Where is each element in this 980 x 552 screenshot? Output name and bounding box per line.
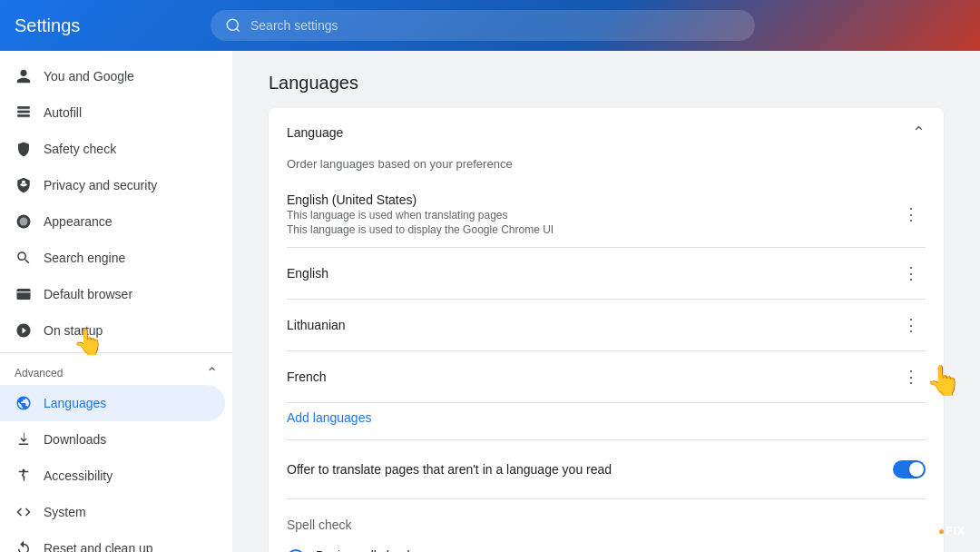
- main-content: Languages Language ⌃ Order languages bas…: [232, 51, 980, 552]
- language-item-french: French ⋮: [287, 351, 926, 403]
- download-icon: [15, 430, 33, 448]
- language-menu-button[interactable]: ⋮: [897, 200, 926, 229]
- svg-line-1: [236, 28, 239, 31]
- svg-rect-7: [17, 289, 31, 300]
- page-title: Languages: [269, 73, 944, 94]
- language-item-english: English ⋮: [287, 248, 926, 300]
- divider-2: [287, 498, 926, 499]
- reset-icon: [15, 539, 33, 552]
- basic-spell-check-option[interactable]: Basic spell check: [287, 543, 926, 552]
- language-item-english-us: English (United States) This language is…: [287, 182, 926, 248]
- search-icon: [225, 17, 241, 34]
- toggle-track[interactable]: [893, 460, 926, 478]
- sidebar-item-label: Safety check: [44, 142, 116, 156]
- sidebar-item-accessibility[interactable]: Accessibility: [0, 458, 225, 494]
- sidebar-item-label: Reset and clean up: [44, 541, 153, 552]
- sidebar-item-system[interactable]: System: [0, 494, 225, 530]
- sidebar-item-privacy-security[interactable]: Privacy and security: [0, 167, 225, 203]
- sidebar-item-you-and-google[interactable]: You and Google: [0, 58, 225, 94]
- language-desc-2: This language is used to display the Goo…: [287, 223, 554, 236]
- divider: [287, 439, 926, 440]
- shield-icon: [15, 140, 33, 158]
- sidebar-item-autofill[interactable]: Autofill: [0, 94, 225, 131]
- language-card-header[interactable]: Language ⌃: [269, 108, 944, 157]
- privacy-icon: [15, 176, 33, 194]
- language-info: French: [287, 370, 327, 384]
- appearance-icon: [15, 212, 33, 231]
- language-name: French: [287, 370, 327, 384]
- translate-setting-row: Offer to translate pages that aren't in …: [287, 448, 926, 491]
- advanced-section-header[interactable]: Advanced ⌃: [0, 357, 232, 385]
- add-languages-button[interactable]: Add languages: [287, 403, 371, 432]
- startup-icon: [15, 321, 33, 340]
- search-input[interactable]: [250, 18, 740, 33]
- language-name: English (United States): [287, 192, 554, 207]
- language-name: English: [287, 266, 328, 281]
- sidebar-item-safety-check[interactable]: Safety check: [0, 131, 225, 167]
- language-name: Lithuanian: [287, 318, 346, 332]
- sidebar: You and Google Autofill Safety check Pri…: [0, 51, 232, 552]
- spell-check-section: Spell check Basic spell check Enhanced s…: [287, 507, 926, 552]
- sidebar-item-label: Appearance: [44, 214, 113, 229]
- language-menu-button[interactable]: ⋮: [897, 362, 926, 391]
- advanced-label: Advanced: [15, 367, 63, 380]
- app-title: Settings: [15, 15, 196, 36]
- language-info: Lithuanian: [287, 318, 346, 332]
- language-item-lithuanian: Lithuanian ⋮: [287, 300, 926, 351]
- sidebar-item-label: You and Google: [44, 69, 134, 84]
- svg-rect-3: [17, 111, 30, 113]
- language-card: Language ⌃ Order languages based on your…: [269, 108, 944, 552]
- radio-label: Basic spell check: [316, 548, 413, 552]
- sidebar-item-label: Languages: [44, 396, 106, 410]
- radio-text: Basic spell check: [316, 548, 413, 552]
- sidebar-item-label: System: [44, 505, 86, 519]
- search-icon: [15, 249, 33, 267]
- sidebar-item-label: On startup: [44, 323, 103, 338]
- translate-setting-label: Offer to translate pages that aren't in …: [287, 462, 612, 477]
- sidebar-item-label: Autofill: [44, 105, 82, 120]
- language-card-title: Language: [287, 125, 343, 140]
- language-card-subtitle: Order languages based on your preference: [287, 157, 926, 171]
- svg-rect-4: [17, 114, 30, 116]
- accessibility-icon: [15, 467, 33, 485]
- globe-icon: [15, 394, 33, 412]
- sidebar-item-languages[interactable]: Languages: [0, 385, 225, 421]
- sidebar-item-label: Search engine: [44, 251, 125, 265]
- spell-check-title: Spell check: [287, 518, 926, 532]
- language-info: English: [287, 266, 328, 281]
- sidebar-item-appearance[interactable]: Appearance: [0, 203, 225, 240]
- watermark: UG●FIX: [920, 525, 965, 537]
- system-icon: [15, 503, 33, 521]
- translate-toggle[interactable]: [893, 460, 926, 478]
- sidebar-item-label: Accessibility: [44, 468, 113, 483]
- sidebar-item-label: Downloads: [44, 432, 106, 447]
- svg-point-6: [20, 218, 28, 226]
- person-icon: [15, 67, 33, 85]
- sidebar-item-on-startup[interactable]: On startup: [0, 312, 225, 349]
- language-menu-button[interactable]: ⋮: [897, 259, 926, 288]
- language-card-content: Order languages based on your preference…: [269, 157, 944, 552]
- sidebar-divider: [0, 352, 232, 353]
- language-info: English (United States) This language is…: [287, 192, 554, 236]
- advanced-chevron-icon: ⌃: [206, 364, 218, 381]
- sidebar-item-search-engine[interactable]: Search engine: [0, 240, 225, 276]
- sidebar-item-downloads[interactable]: Downloads: [0, 421, 225, 458]
- language-menu-button[interactable]: ⋮: [897, 310, 926, 340]
- svg-point-0: [227, 19, 238, 30]
- collapse-chevron-icon: ⌃: [912, 123, 926, 143]
- autofill-icon: [15, 104, 33, 122]
- sidebar-item-label: Privacy and security: [44, 178, 157, 192]
- sidebar-item-reset[interactable]: Reset and clean up: [0, 530, 225, 552]
- sidebar-item-default-browser[interactable]: Default browser: [0, 276, 225, 312]
- language-desc-1: This language is used when translating p…: [287, 209, 554, 222]
- svg-rect-2: [17, 106, 30, 108]
- search-bar[interactable]: [211, 10, 755, 41]
- browser-icon: [15, 285, 33, 303]
- sidebar-item-label: Default browser: [44, 287, 132, 301]
